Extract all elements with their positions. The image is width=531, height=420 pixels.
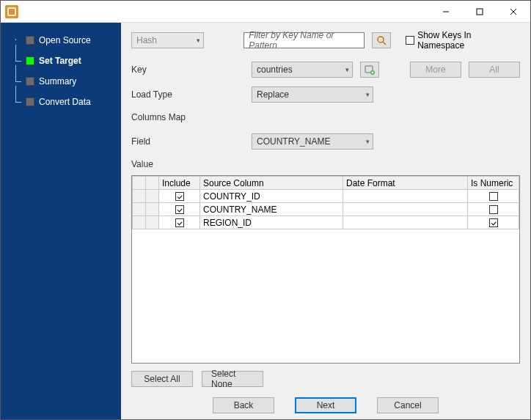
- sidebar-item-set-target[interactable]: Set Target: [1, 51, 121, 71]
- checkbox-icon: [489, 218, 498, 227]
- select-none-button[interactable]: Select None: [202, 371, 263, 387]
- include-cell[interactable]: [159, 216, 200, 229]
- row-header: [146, 216, 159, 229]
- include-cell[interactable]: [159, 203, 200, 216]
- maximize-button[interactable]: [463, 1, 497, 22]
- row-header: [133, 203, 146, 216]
- step-box-icon: [26, 77, 34, 86]
- source-cell[interactable]: COUNTRY_NAME: [200, 203, 343, 216]
- more-button[interactable]: More: [410, 62, 461, 78]
- row-header: [133, 216, 146, 229]
- date-cell[interactable]: [343, 190, 468, 203]
- checkbox-icon: [175, 218, 184, 227]
- checkbox-icon: [489, 192, 498, 201]
- sidebar-item-label: Set Target: [39, 54, 81, 68]
- close-button[interactable]: [497, 1, 530, 22]
- col-source[interactable]: Source Column: [200, 177, 343, 190]
- titlebar: [1, 1, 530, 23]
- columnsmap-label: Columns Map: [131, 112, 520, 122]
- sidebar-item-label: Open Source: [39, 33, 91, 48]
- minimize-button[interactable]: [429, 1, 463, 22]
- wizard-sidebar: Open Source Set Target Summary Convert D…: [1, 23, 121, 419]
- window-controls: [429, 1, 530, 22]
- search-button[interactable]: [372, 32, 391, 48]
- filter-placeholder: Filter by Key Name or Pattern: [249, 30, 359, 51]
- table-row[interactable]: REGION_ID: [133, 216, 519, 229]
- field-label: Field: [131, 136, 219, 147]
- date-cell[interactable]: [343, 216, 468, 229]
- add-key-icon: [365, 65, 375, 75]
- type-combo[interactable]: Hash ▾: [131, 32, 204, 48]
- checkbox-icon: [175, 192, 184, 201]
- sidebar-item-open-source[interactable]: Open Source: [1, 30, 121, 51]
- svg-rect-1: [477, 9, 483, 15]
- value-label: Value: [131, 159, 520, 169]
- col-numeric[interactable]: Is Numeric: [468, 177, 519, 190]
- source-cell[interactable]: REGION_ID: [200, 216, 343, 229]
- grid-corner: [146, 177, 159, 190]
- app-window: Open Source Set Target Summary Convert D…: [0, 0, 531, 420]
- grid-empty-area: [132, 229, 519, 363]
- include-cell[interactable]: [159, 190, 200, 203]
- sidebar-item-label: Summary: [39, 74, 76, 89]
- type-combo-value: Hash: [136, 35, 157, 45]
- svg-point-4: [378, 37, 384, 43]
- key-label: Key: [131, 65, 219, 75]
- col-include[interactable]: Include: [159, 177, 200, 190]
- row-header: [146, 203, 159, 216]
- filter-input[interactable]: Filter by Key Name or Pattern: [243, 32, 365, 48]
- numeric-cell[interactable]: [468, 216, 519, 229]
- key-combo[interactable]: countries ▾: [252, 62, 353, 78]
- grid-corner: [133, 177, 146, 190]
- chevron-down-icon: ▾: [345, 66, 349, 73]
- back-button[interactable]: Back: [213, 397, 274, 413]
- checkbox-icon: [489, 205, 498, 214]
- add-key-button[interactable]: [360, 62, 379, 78]
- show-namespace-checkbox[interactable]: Show Keys In Namespace: [406, 30, 520, 51]
- cancel-button[interactable]: Cancel: [377, 397, 439, 413]
- field-combo[interactable]: COUNTRY_NAME ▾: [252, 133, 373, 150]
- field-combo-value: COUNTRY_NAME: [257, 136, 330, 147]
- source-cell[interactable]: COUNTRY_ID: [200, 190, 343, 203]
- svg-line-5: [383, 42, 386, 45]
- loadtype-combo[interactable]: Replace ▾: [252, 86, 373, 103]
- show-namespace-label: Show Keys In Namespace: [417, 30, 520, 51]
- date-cell[interactable]: [343, 203, 468, 216]
- numeric-cell[interactable]: [468, 190, 519, 203]
- table-row[interactable]: COUNTRY_NAME: [133, 203, 519, 216]
- next-button[interactable]: Next: [295, 397, 356, 413]
- step-box-icon: [26, 36, 34, 45]
- chevron-down-icon: ▾: [197, 37, 200, 44]
- step-box-icon: [26, 97, 34, 106]
- app-icon: [5, 5, 18, 18]
- row-header: [133, 190, 146, 203]
- loadtype-combo-value: Replace: [257, 89, 289, 100]
- key-combo-value: countries: [257, 65, 293, 75]
- search-icon: [376, 35, 387, 45]
- col-date[interactable]: Date Format: [343, 177, 468, 190]
- sidebar-item-label: Convert Data: [39, 95, 91, 109]
- row-header: [146, 190, 159, 203]
- select-all-button[interactable]: Select All: [131, 371, 193, 387]
- sidebar-item-convert-data[interactable]: Convert Data: [1, 92, 121, 112]
- chevron-down-icon: ▾: [366, 138, 370, 145]
- checkbox-icon: [406, 36, 414, 45]
- checkbox-icon: [175, 205, 184, 214]
- columns-grid[interactable]: Include Source Column Date Format Is Num…: [131, 175, 520, 364]
- chevron-down-icon: ▾: [366, 91, 370, 98]
- sidebar-item-summary[interactable]: Summary: [1, 71, 121, 92]
- all-button[interactable]: All: [469, 62, 520, 78]
- table-row[interactable]: COUNTRY_ID: [133, 190, 519, 203]
- main-panel: Hash ▾ Filter by Key Name or Pattern Sho…: [121, 23, 530, 419]
- loadtype-label: Load Type: [131, 89, 219, 100]
- numeric-cell[interactable]: [468, 203, 519, 216]
- step-box-icon: [26, 56, 34, 65]
